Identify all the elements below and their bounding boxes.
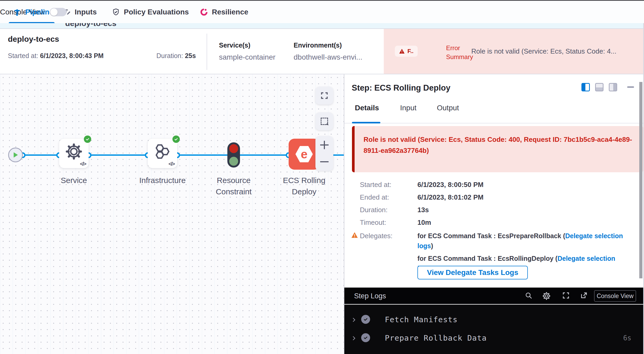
- pipeline-name: deploy-to-ecs: [8, 35, 59, 44]
- pipeline-canvas[interactable]: </> Service </> Infrastructure Resource …: [0, 74, 344, 354]
- logs-open-new-tab-icon[interactable]: [580, 291, 588, 300]
- error-summary-text: Role is not valid (Service: Ecs, Status …: [471, 47, 642, 55]
- step-error-message: Role is not valid (Service: Ecs, Status …: [364, 134, 637, 156]
- node-service[interactable]: </>: [59, 139, 89, 168]
- edge-start-service: [23, 154, 59, 156]
- detail-started-value: 6/1/2023, 8:00:50 PM: [417, 181, 484, 189]
- tab-details[interactable]: Details: [355, 104, 379, 112]
- canvas-zoom-panel: [315, 136, 333, 171]
- scrolled-content-strip: deploy-to-ecs: [0, 23, 644, 29]
- duration-value: 25s: [185, 52, 196, 59]
- step-panel-title: Step: ECS Rolling Deploy: [352, 83, 450, 93]
- execution-header: deploy-to-ecs Started at: 6/1/2023, 8:00…: [0, 29, 644, 74]
- step-logs-header: Step Logs Console View: [344, 288, 644, 304]
- warning-triangle-icon: [399, 49, 405, 54]
- chevron-right-icon: [351, 335, 357, 341]
- step-logs-body: Fetch Manifests Prepare Rollback Data 6s: [344, 305, 644, 354]
- tab-resilience[interactable]: Resilience: [200, 1, 248, 23]
- detail-ended-value: 6/1/2023, 8:01:02 PM: [417, 193, 484, 201]
- tab-policy-evaluations[interactable]: Policy Evaluations: [112, 1, 189, 23]
- started-at-label: Started at:: [8, 52, 38, 59]
- console-view-toggle[interactable]: [50, 8, 67, 16]
- detail-started-label: Started at:: [360, 181, 391, 189]
- detail-duration-label: Duration:: [360, 206, 388, 214]
- toggle-knob: [50, 8, 58, 16]
- canvas-fullscreen-button[interactable]: [315, 87, 333, 105]
- pipeline-execution-page: Pipeline Inputs Policy Evaluations Resil…: [0, 0, 644, 354]
- logs-search-icon[interactable]: [525, 291, 533, 300]
- node-infrastructure-label: Infrastructure: [128, 175, 197, 186]
- failed-status-badge: F..: [395, 46, 418, 57]
- failed-badge-text: F..: [407, 48, 413, 55]
- node-service-label: Service: [40, 175, 108, 186]
- logs-settings-icon[interactable]: [542, 291, 551, 301]
- duration: Duration: 25s: [156, 52, 196, 60]
- ecs-logo-icon: e: [295, 146, 313, 162]
- started-at-value: 6/1/2023, 8:00:43 PM: [40, 52, 104, 59]
- detail-timeout-value: 10m: [417, 218, 431, 227]
- infrastructure-success-badge: [172, 136, 180, 143]
- step-details-panel: Step: ECS Rolling Deploy Details Input O…: [344, 74, 644, 354]
- log-row-prepare-rollback-data[interactable]: Prepare Rollback Data 6s: [344, 331, 644, 347]
- detail-ended-label: Ended at:: [360, 193, 389, 201]
- chevron-right-icon: [351, 317, 357, 323]
- logs-fullscreen-icon[interactable]: [562, 291, 570, 300]
- service-success-badge: [84, 136, 91, 143]
- logs-console-view-button[interactable]: Console View: [594, 290, 636, 302]
- log-step-success-icon: [361, 333, 370, 342]
- layout-split-right-icon[interactable]: [581, 83, 590, 91]
- node-resource-constraint[interactable]: [227, 142, 240, 168]
- header-divider: [207, 34, 207, 70]
- canvas-select-button[interactable]: [315, 112, 333, 130]
- node-ecs-rolling-deploy[interactable]: e: [289, 139, 320, 170]
- tab-inputs[interactable]: Inputs: [63, 1, 97, 23]
- environments-value[interactable]: dbothwell-aws-envi...: [294, 53, 362, 61]
- tab-pipeline-label: Pipeline: [25, 8, 53, 16]
- tab-pipeline[interactable]: Pipeline: [13, 1, 53, 23]
- service-gear-icon: [65, 142, 83, 161]
- top-navbar: Pipeline Inputs Policy Evaluations Resil…: [0, 1, 644, 23]
- error-summary-panel: F.. Error Summary Role is not valid (Ser…: [384, 29, 644, 74]
- environments-label: Environment(s): [294, 41, 342, 49]
- shield-check-icon: [112, 8, 120, 16]
- node-infrastructure[interactable]: </>: [148, 139, 177, 168]
- detail-delegates-label: Delegates:: [360, 232, 392, 240]
- check-icon: [85, 137, 90, 141]
- minus-icon: [320, 161, 329, 162]
- tab-input[interactable]: Input: [400, 104, 416, 112]
- panel-scrollbar[interactable]: [639, 82, 642, 278]
- tab-output[interactable]: Output: [437, 104, 459, 112]
- plus-icon: [324, 141, 325, 149]
- tabs-divider: [344, 123, 644, 123]
- node-ecs-rolling-deploy-label: ECS Rolling Deploy: [270, 175, 338, 197]
- scrolled-pipeline-title: deploy-to-ecs: [65, 23, 116, 28]
- active-details-tab-underline: [352, 122, 380, 123]
- edge-constraint-ecs: [240, 154, 289, 156]
- node-resource-constraint-label: Resource Constraint: [200, 175, 268, 197]
- log-step-duration: 6s: [623, 334, 631, 342]
- detail-duration-value: 13s: [417, 206, 429, 214]
- log-step-success-icon: [361, 315, 370, 324]
- delegate-info-1: for ECS Command Task : EcsPrepareRollbac…: [417, 231, 631, 251]
- duration-label: Duration:: [156, 52, 183, 59]
- log-row-fetch-manifests[interactable]: Fetch Manifests: [344, 313, 644, 328]
- delegates-warning-icon: [351, 232, 358, 238]
- started-at: Started at: 6/1/2023, 8:00:43 PM: [8, 52, 104, 60]
- services-value[interactable]: sample-container: [219, 53, 275, 61]
- pipeline-icon: [13, 8, 22, 17]
- traffic-light-red: [229, 144, 238, 153]
- layout-split-panel-icon[interactable]: [609, 83, 617, 91]
- tab-inputs-label: Inputs: [75, 8, 97, 16]
- play-icon: [13, 152, 18, 158]
- detail-timeout-label: Timeout:: [360, 218, 386, 227]
- edge-service-infrastructure: [89, 154, 148, 156]
- layout-split-bottom-icon[interactable]: [595, 83, 604, 91]
- ecs-logo-letter: e: [301, 147, 308, 161]
- fullscreen-icon: [320, 91, 329, 100]
- minimize-panel-button[interactable]: [627, 86, 634, 88]
- resilience-chaos-icon: [200, 8, 208, 16]
- log-step-label: Prepare Rollback Data: [385, 334, 487, 342]
- view-delegate-tasks-logs-button[interactable]: View Delegate Tasks Logs: [417, 266, 528, 279]
- pipeline-start-node[interactable]: [8, 148, 23, 162]
- infrastructure-hexagons-icon: [153, 142, 172, 161]
